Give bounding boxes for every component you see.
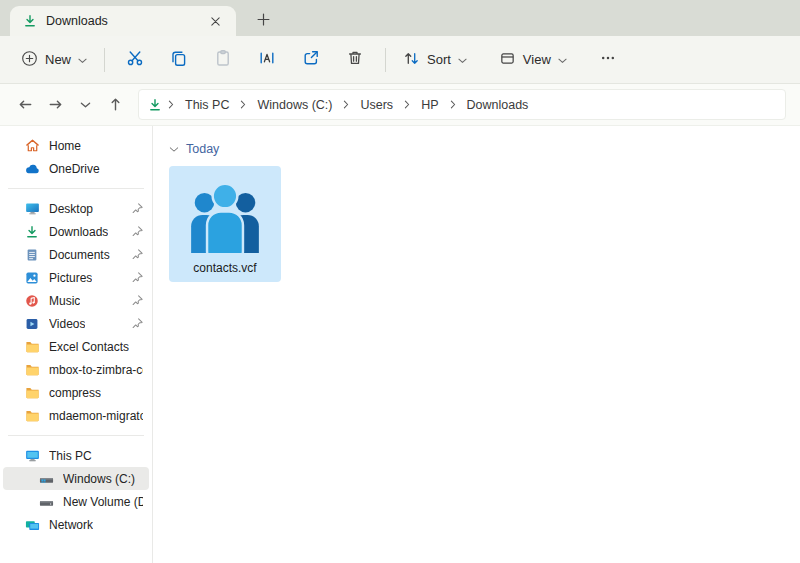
- breadcrumb-segment-downloads[interactable]: Downloads: [461, 94, 535, 116]
- sidebar-item-network[interactable]: Network: [3, 513, 149, 536]
- download-icon: [147, 97, 163, 113]
- tab-title: Downloads: [46, 14, 196, 28]
- sidebar-item-pictures[interactable]: Pictures: [3, 266, 149, 289]
- files-view: Today contacts.vcf: [153, 126, 800, 563]
- close-icon[interactable]: [204, 10, 226, 32]
- group-header-today[interactable]: Today: [167, 142, 800, 156]
- sidebar-item-onedrive[interactable]: OneDrive: [3, 157, 149, 180]
- sidebar-item-label: Documents: [49, 248, 110, 262]
- file-name-label: contacts.vcf: [193, 261, 256, 275]
- sidebar-divider: [8, 188, 144, 189]
- contacts-icon: [188, 175, 262, 256]
- group-header-label: Today: [186, 142, 219, 156]
- breadcrumb-chevron-icon[interactable]: [401, 100, 413, 109]
- downloads-icon: [24, 224, 40, 240]
- new-button-label: New: [45, 52, 71, 67]
- explorer-body: Home OneDrive Desktop: [0, 126, 800, 563]
- sidebar-item-label: mbox-to-zimbra-con: [49, 363, 143, 377]
- sidebar-item-label: Network: [49, 518, 93, 532]
- breadcrumb-segment-users[interactable]: Users: [354, 94, 399, 116]
- music-icon: [24, 293, 40, 309]
- sidebar-item-compress[interactable]: compress: [3, 381, 149, 404]
- sidebar-item-this-pc[interactable]: This PC: [3, 444, 149, 467]
- sidebar-item-label: Windows (C:): [63, 472, 135, 486]
- sidebar-item-documents[interactable]: Documents: [3, 243, 149, 266]
- folder-icon: [24, 339, 40, 355]
- delete-button[interactable]: [333, 43, 377, 77]
- breadcrumb-segment-hp[interactable]: HP: [415, 94, 444, 116]
- new-button[interactable]: New: [12, 43, 96, 77]
- copy-icon: [170, 49, 188, 70]
- copy-button[interactable]: [157, 43, 201, 77]
- sidebar-divider: [8, 435, 144, 436]
- sidebar-item-mdaemon-migrator[interactable]: mdaemon-migrator: [3, 404, 149, 427]
- sidebar-item-label: compress: [49, 386, 101, 400]
- breadcrumb-chevron-icon[interactable]: [165, 100, 177, 109]
- address-bar: This PC Windows (C:) Users HP Downloads: [0, 84, 800, 126]
- tab-downloads[interactable]: Downloads: [10, 6, 236, 36]
- forward-button[interactable]: [40, 90, 70, 120]
- breadcrumb[interactable]: This PC Windows (C:) Users HP Downloads: [138, 89, 786, 120]
- sidebar-item-label: Pictures: [49, 271, 92, 285]
- sidebar-item-desktop[interactable]: Desktop: [3, 197, 149, 220]
- pin-icon: [132, 272, 143, 283]
- sidebar-item-label: Music: [49, 294, 80, 308]
- pin-icon: [132, 226, 143, 237]
- sidebar-item-mbox-to-zimbra[interactable]: mbox-to-zimbra-con: [3, 358, 149, 381]
- home-icon: [24, 138, 40, 154]
- sidebar-item-label: New Volume (D:): [63, 495, 143, 509]
- breadcrumb-segment-this-pc[interactable]: This PC: [179, 94, 235, 116]
- sidebar-item-music[interactable]: Music: [3, 289, 149, 312]
- see-more-button[interactable]: [586, 43, 630, 77]
- new-tab-button[interactable]: [250, 6, 276, 32]
- share-icon: [302, 49, 320, 70]
- view-icon: [499, 50, 516, 70]
- sort-button[interactable]: Sort: [394, 43, 476, 77]
- delete-icon: [346, 49, 364, 70]
- sidebar-item-label: Excel Contacts: [49, 340, 129, 354]
- sidebar-item-label: Desktop: [49, 202, 93, 216]
- cut-icon: [126, 49, 144, 70]
- breadcrumb-chevron-icon[interactable]: [237, 100, 249, 109]
- circle-plus-icon: [21, 50, 38, 70]
- cut-button[interactable]: [113, 43, 157, 77]
- chevron-down-icon: [558, 52, 567, 67]
- folder-icon: [24, 362, 40, 378]
- toolbar-separator: [104, 48, 105, 72]
- share-button[interactable]: [289, 43, 333, 77]
- drive-icon: [38, 471, 54, 487]
- documents-icon: [24, 247, 40, 263]
- desktop-icon: [24, 201, 40, 217]
- sidebar-item-new-volume-d[interactable]: New Volume (D:): [3, 490, 149, 513]
- sidebar-item-home[interactable]: Home: [3, 134, 149, 157]
- recent-locations-button[interactable]: [70, 90, 100, 120]
- chevron-down-icon: [78, 52, 87, 67]
- pin-icon: [132, 249, 143, 260]
- rename-button[interactable]: [245, 43, 289, 77]
- navigation-pane: Home OneDrive Desktop: [0, 126, 153, 563]
- onedrive-icon: [24, 161, 40, 177]
- videos-icon: [24, 316, 40, 332]
- file-item-contacts-vcf[interactable]: contacts.vcf: [169, 166, 281, 282]
- breadcrumb-chevron-icon[interactable]: [447, 100, 459, 109]
- chevron-down-icon: [169, 142, 179, 156]
- network-icon: [24, 517, 40, 533]
- chevron-down-icon: [458, 52, 467, 67]
- up-button[interactable]: [100, 90, 130, 120]
- sidebar-item-excel-contacts[interactable]: Excel Contacts: [3, 335, 149, 358]
- monitor-icon: [24, 448, 40, 464]
- download-icon: [22, 13, 38, 29]
- sidebar-item-videos[interactable]: Videos: [3, 312, 149, 335]
- sidebar-item-windows-c[interactable]: Windows (C:): [3, 467, 149, 490]
- view-button[interactable]: View: [490, 43, 576, 77]
- pin-icon: [132, 295, 143, 306]
- pin-icon: [132, 203, 143, 214]
- paste-button[interactable]: [201, 43, 245, 77]
- command-toolbar: New: [0, 36, 800, 84]
- sort-button-label: Sort: [427, 52, 451, 67]
- breadcrumb-segment-windows-c[interactable]: Windows (C:): [251, 94, 338, 116]
- breadcrumb-chevron-icon[interactable]: [340, 100, 352, 109]
- sort-icon: [403, 50, 420, 70]
- back-button[interactable]: [10, 90, 40, 120]
- sidebar-item-downloads[interactable]: Downloads: [3, 220, 149, 243]
